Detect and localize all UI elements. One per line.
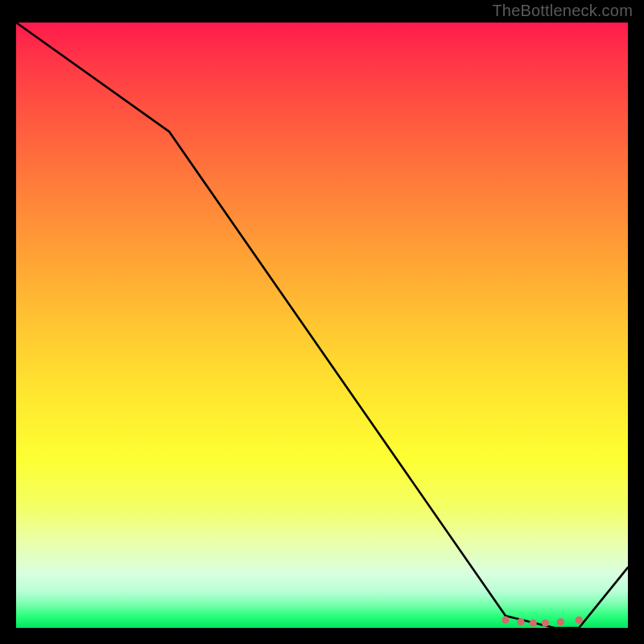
chart-frame: TheBottleneck.com: [0, 0, 644, 644]
marker-point: [502, 617, 509, 624]
marker-point: [530, 619, 537, 626]
series-line: [16, 23, 628, 628]
plot-area: [16, 23, 628, 628]
marker-point: [542, 619, 549, 626]
attribution-text: TheBottleneck.com: [492, 2, 633, 20]
chart-svg: [16, 23, 628, 628]
marker-point: [517, 618, 524, 625]
marker-point: [576, 617, 583, 624]
marker-point: [557, 618, 564, 625]
